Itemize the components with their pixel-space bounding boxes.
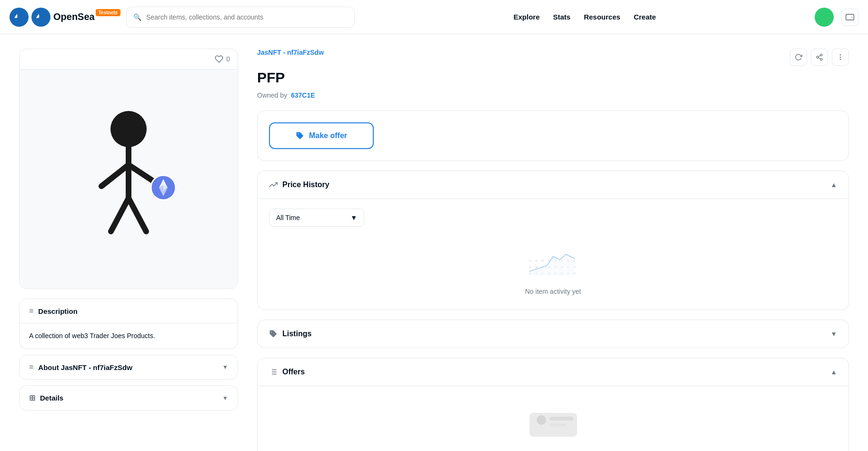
tag-icon [296, 131, 304, 140]
owner-link[interactable]: 637C1E [291, 91, 315, 99]
about-chevron-icon: ▼ [222, 364, 228, 371]
description-label: Description [38, 307, 78, 315]
offers-collapse-icon: ▲ [830, 368, 837, 376]
owned-by-text: Owned by 637C1E [257, 91, 849, 99]
listings-header[interactable]: Listings ▼ [258, 320, 848, 348]
right-panel: JasNFT - nf7iaFzSdw [257, 49, 849, 451]
offers-placeholder [269, 394, 837, 451]
time-filter-value: All Time [276, 214, 300, 221]
svg-point-20 [840, 57, 840, 57]
chart-icon [269, 180, 278, 189]
svg-line-18 [818, 55, 821, 57]
offers-card: Offers ▲ [257, 358, 849, 451]
opensea-logo-icon [10, 8, 29, 27]
refresh-button[interactable] [790, 49, 807, 66]
description-body: A collection of web3 Trader Joes Product… [20, 323, 238, 349]
logo-text: OpenSea [53, 11, 95, 22]
details-label: Details [40, 394, 63, 402]
svg-point-31 [541, 260, 543, 261]
like-button[interactable]: 0 [215, 55, 230, 63]
right-actions-row [790, 49, 849, 66]
nft-title: PFP [257, 70, 849, 86]
nft-image-card: 0 [19, 49, 238, 289]
svg-point-56 [537, 415, 546, 425]
details-title-row: ⊞ Details [29, 393, 63, 402]
logo-link[interactable]: OpenSea Testnets [10, 8, 120, 27]
main-nav: Explore Stats Resources Create [513, 13, 656, 21]
search-icon: 🔍 [133, 13, 141, 21]
no-activity-text: No item activity yet [525, 288, 581, 295]
description-card: ≡ Description A collection of web3 Trade… [19, 299, 238, 349]
no-activity-area: No item activity yet [269, 234, 837, 300]
price-history-body: All Time ▼ [258, 199, 848, 310]
empty-chart-icon [525, 244, 582, 282]
svg-line-17 [818, 58, 821, 59]
svg-point-19 [840, 55, 840, 55]
svg-point-16 [820, 59, 822, 60]
price-history-card: Price History ▲ All Time ▼ [257, 170, 849, 310]
nft-image-body [20, 70, 238, 289]
header: OpenSea Testnets 🔍 Explore Stats Resourc… [0, 0, 868, 34]
about-label: About JasNFT - nf7iaFzSdw [38, 363, 132, 371]
more-icon [837, 53, 844, 61]
nav-create[interactable]: Create [634, 13, 656, 21]
svg-point-27 [535, 266, 537, 268]
more-button[interactable] [832, 49, 849, 66]
share-icon [816, 53, 823, 61]
collection-link[interactable]: JasNFT - nf7iaFzSdw [257, 49, 324, 56]
svg-line-8 [129, 198, 146, 231]
offers-title-row: Offers [269, 368, 305, 376]
description-text: A collection of web3 Trader Joes Product… [29, 331, 228, 341]
nav-stats[interactable]: Stats [553, 13, 571, 21]
listings-card: Listings ▼ [257, 320, 849, 348]
description-header[interactable]: ≡ Description [20, 299, 238, 323]
header-actions [815, 8, 858, 27]
price-history-header[interactable]: Price History ▲ [258, 171, 848, 199]
price-history-label: Price History [282, 180, 329, 189]
details-icon: ⊞ [29, 393, 35, 402]
search-bar[interactable]: 🔍 [126, 7, 355, 28]
svg-point-21 [840, 59, 840, 60]
wallet-button[interactable] [841, 9, 858, 26]
search-input[interactable] [146, 13, 348, 21]
header-left: OpenSea Testnets 🔍 [10, 7, 355, 28]
main-content: 0 [0, 34, 868, 451]
offers-header[interactable]: Offers ▲ [258, 358, 848, 386]
offers-body [258, 386, 848, 451]
svg-point-28 [535, 260, 537, 261]
svg-rect-2 [846, 14, 854, 20]
svg-rect-58 [549, 423, 566, 426]
listings-label: Listings [282, 330, 311, 338]
nav-resources[interactable]: Resources [584, 13, 620, 21]
time-filter-dropdown[interactable]: All Time ▼ [269, 209, 364, 227]
listings-tag-icon [269, 330, 278, 338]
nav-explore[interactable]: Explore [513, 13, 539, 21]
testnet-badge: Testnets [96, 9, 120, 16]
time-filter-chevron-icon: ▼ [350, 214, 357, 221]
price-history-title-row: Price History [269, 180, 329, 189]
svg-point-3 [110, 111, 147, 147]
make-offer-button[interactable]: Make offer [269, 122, 374, 149]
svg-rect-57 [549, 417, 573, 421]
details-header[interactable]: ⊞ Details ▼ [20, 386, 238, 410]
user-avatar[interactable] [815, 8, 834, 27]
about-title-row: ≡ About JasNFT - nf7iaFzSdw [29, 363, 132, 371]
share-button[interactable] [811, 49, 828, 66]
svg-line-6 [129, 165, 154, 181]
opensea-logo-icon [31, 8, 50, 27]
listings-title-row: Listings [269, 330, 311, 338]
left-panel: 0 [19, 49, 238, 451]
svg-line-7 [111, 198, 129, 231]
description-icon: ≡ [29, 307, 33, 315]
svg-point-15 [817, 56, 818, 58]
nft-artwork [69, 103, 188, 255]
offers-list-icon [269, 368, 278, 376]
about-header[interactable]: ≡ About JasNFT - nf7iaFzSdw ▼ [20, 355, 238, 379]
price-history-collapse-icon: ▲ [830, 181, 837, 189]
details-chevron-icon: ▼ [222, 395, 228, 401]
svg-point-25 [529, 260, 530, 261]
refresh-icon [795, 53, 802, 61]
nft-image-header: 0 [20, 49, 238, 70]
offer-card: Make offer [257, 110, 849, 161]
about-card: ≡ About JasNFT - nf7iaFzSdw ▼ [19, 355, 238, 380]
